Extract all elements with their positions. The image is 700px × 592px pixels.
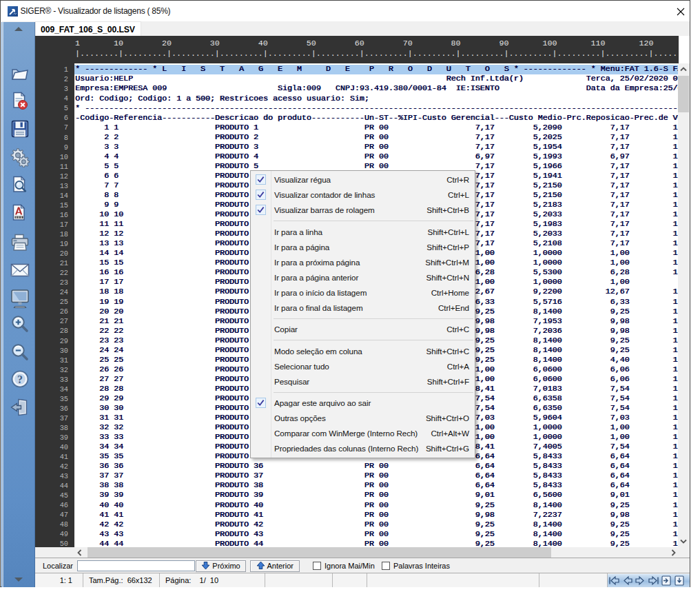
svg-text:?: ? xyxy=(17,374,23,385)
